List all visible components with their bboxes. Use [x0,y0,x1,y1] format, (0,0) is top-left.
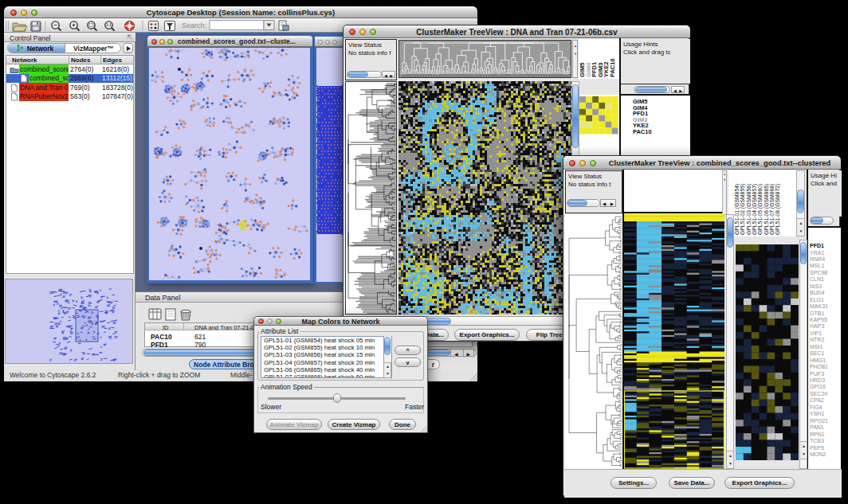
svg-text:HAP3: HAP3 [810,323,824,329]
svg-text:PUF3: PUF3 [810,371,824,377]
svg-text:BUD4: BUD4 [810,290,825,295]
svg-text:SEC1: SEC1 [810,350,824,356]
svg-text:SPC98: SPC98 [810,270,827,275]
svg-text:VIP1: VIP1 [810,330,822,336]
svg-text:Search:: Search: [182,21,206,29]
svg-text:GPI16: GPI16 [810,384,826,389]
svg-text:CPA2: CPA2 [810,397,824,403]
svg-text:HRD3: HRD3 [810,377,825,383]
svg-text:SEC24: SEC24 [810,391,827,397]
svg-text:RPN1: RPN1 [810,432,825,437]
svg-text:FIG4: FIG4 [810,404,822,410]
svg-text:PFD1: PFD1 [810,243,824,248]
svg-text:1:1: 1:1 [106,23,112,27]
svg-text:PAC10: PAC10 [609,58,616,77]
svg-text:MSI1: MSI1 [810,344,822,350]
svg-text:PAN1: PAN1 [810,424,824,430]
svg-text:YSH1: YSH1 [810,411,824,416]
svg-text:PEP5: PEP5 [810,445,824,451]
svg-text:NIS1: NIS1 [810,283,822,289]
svg-text:PHO81: PHO81 [810,364,828,369]
svg-text:MSL1: MSL1 [810,263,824,268]
svg-text:RNR4: RNR4 [810,256,825,262]
svg-text:GTB1: GTB1 [810,311,824,316]
svg-text:MON2: MON2 [810,451,826,457]
svg-text:HMG1: HMG1 [810,357,826,363]
svg-text:MAK31: MAK31 [810,303,828,309]
svg-text:TCB3: TCB3 [810,438,824,443]
svg-text:YRA1: YRA1 [810,250,824,256]
svg-text:NTR2: NTR2 [810,337,824,342]
svg-text:RPO21: RPO21 [810,418,828,424]
svg-text:ELG1: ELG1 [810,297,824,303]
svg-text:GPL51-08 (GSM872): GPL51-08 (GSM872) [775,184,781,235]
svg-text:CLN1: CLN1 [810,276,824,282]
svg-text:KAP95: KAP95 [810,317,827,322]
